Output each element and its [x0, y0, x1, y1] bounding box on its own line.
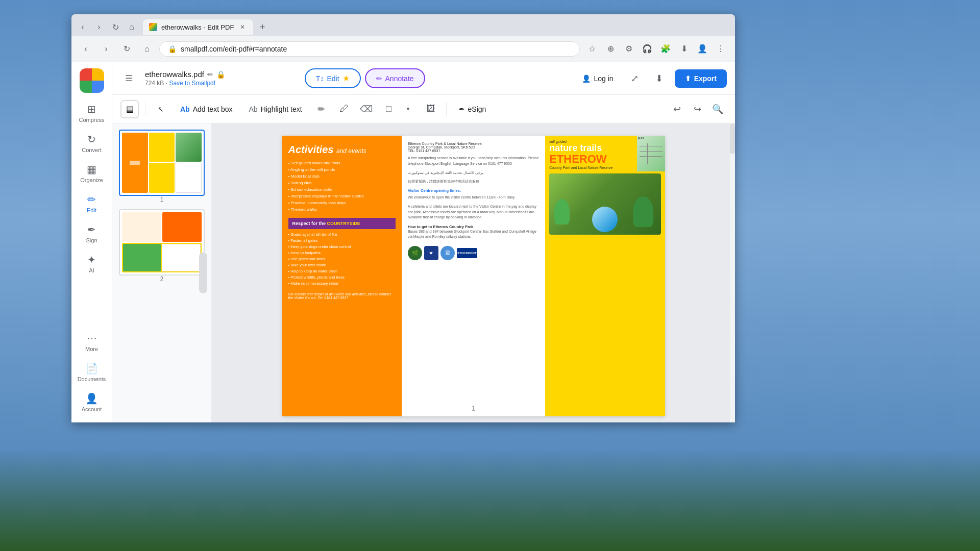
sidebar-item-convert[interactable]: ↻ Convert — [75, 129, 109, 157]
scroll-thumb[interactable] — [730, 123, 735, 154]
image-btn[interactable]: 🖼 — [422, 100, 440, 118]
sidebar-label-convert: Convert — [82, 147, 102, 153]
lock-filename-icon[interactable]: 🔒 — [216, 70, 225, 79]
shape-dropdown-btn[interactable]: ▼ — [399, 100, 418, 118]
search-btn[interactable]: 🔍 — [708, 100, 727, 118]
app-logo[interactable] — [80, 68, 104, 93]
main-area: ☰ etherowwalks.pdf ✏ 🔒 724 kB · Save to … — [112, 62, 735, 422]
app-content: ⊞ Compress ↻ Convert ▦ Organize ✏ Edit ✒… — [71, 62, 735, 422]
sidebar-label-sign: Sign — [86, 237, 97, 243]
undo-btn[interactable]: ↩ — [668, 100, 686, 118]
shape-btn[interactable]: □ — [380, 100, 398, 118]
thumbnail-panel: 1 — [112, 123, 212, 422]
ai-icon: ✦ — [87, 254, 96, 266]
headphone-btn[interactable]: 🎧 — [639, 41, 655, 57]
sidebar-item-organize[interactable]: ▦ Organize — [75, 159, 109, 187]
hamburger-btn[interactable]: ☰ — [120, 70, 137, 87]
browser-forward-btn[interactable]: › — [98, 41, 114, 57]
edit-tab-star: ★ — [342, 73, 350, 83]
settings-btn[interactable]: ⚙ — [621, 41, 637, 57]
activity-2: • Angling at the mill ponds — [288, 166, 396, 173]
respect-8: • Protect wildlife, plants and trees — [288, 274, 396, 280]
thumbnail-scroll[interactable] — [199, 253, 207, 293]
sidebar-item-sign[interactable]: ✒ Sign — [75, 219, 109, 247]
tab-annotate[interactable]: ✏ Annotate — [365, 68, 425, 88]
page-number-display: 1 — [472, 404, 476, 412]
back-btn[interactable]: ‹ — [76, 20, 90, 34]
documents-icon: 📄 — [85, 362, 98, 374]
logos-row: 🌿 ★ 🏛 STOCKPORT — [408, 246, 539, 260]
bus-info: Buses 383 and 384 between Stockport Cent… — [408, 229, 539, 240]
sidebar-item-ai[interactable]: ✦ AI — [75, 249, 109, 278]
lock-icon: 🔒 — [168, 45, 177, 53]
forward-btn[interactable]: › — [92, 20, 106, 34]
tab-favicon — [149, 23, 157, 31]
share-btn[interactable]: ⤢ — [626, 69, 644, 88]
page-view-btn[interactable]: ▤ — [120, 100, 139, 118]
logo-1: 🌿 — [408, 246, 422, 260]
activities-list: • Self guided walks and trails • Angling… — [288, 160, 396, 213]
esign-icon: ✒ — [459, 105, 465, 113]
browser-back-btn[interactable]: ‹ — [78, 41, 94, 57]
sidebar-label-ai: AI — [89, 267, 94, 273]
nature-image — [549, 173, 660, 235]
sidebar-label-edit: Edit — [87, 207, 96, 213]
sidebar-item-account[interactable]: 👤 Account — [75, 388, 109, 416]
save-link[interactable]: Save to Smallpdf — [169, 80, 215, 87]
marker-btn[interactable]: 🖊 — [335, 100, 353, 118]
mid-header: Etherow Country Park & Local Nature Rese… — [408, 142, 539, 153]
scroll-bar[interactable] — [730, 123, 735, 422]
file-name-row: etherowwalks.pdf ✏ 🔒 — [145, 70, 225, 79]
home-btn[interactable]: ⌂ — [125, 20, 139, 34]
profile-btn[interactable]: 👤 — [694, 41, 710, 57]
activity-4: • Sailing club — [288, 180, 396, 186]
redo-btn[interactable]: ↪ — [688, 100, 706, 118]
browser-home-btn[interactable]: ⌂ — [139, 41, 155, 57]
sidebar-item-documents[interactable]: 📄 Documents — [75, 358, 109, 386]
logo-2: ★ — [424, 246, 438, 260]
esign-btn[interactable]: ✒ eSign — [453, 101, 493, 117]
active-tab[interactable]: etherowwalks - Edit PDF ✕ — [143, 19, 253, 35]
reload-btn[interactable]: ↻ — [108, 20, 122, 34]
thumbnail-1[interactable]: 1 — [119, 130, 205, 203]
download-icon-btn[interactable]: ⬇ — [650, 69, 669, 88]
stockport-logo: STOCKPORT — [457, 248, 477, 258]
respect-4: • Keep to footpaths — [288, 249, 396, 256]
highlight-text-btn[interactable]: Ab Highlight text — [243, 101, 308, 117]
left-sidebar: ⊞ Compress ↻ Convert ▦ Organize ✏ Edit ✒… — [71, 62, 112, 422]
tab-edit[interactable]: T↕ Edit ★ — [305, 68, 361, 88]
new-tab-btn[interactable]: + — [255, 20, 270, 34]
cursor-btn[interactable]: ↖ — [152, 101, 170, 117]
logo-3: 🏛 — [440, 246, 455, 260]
edit-filename-icon[interactable]: ✏ — [207, 70, 213, 79]
bookmark-btn[interactable]: ☆ — [584, 41, 600, 57]
sign-icon: ✒ — [87, 223, 96, 236]
layers-btn[interactable]: ⊕ — [602, 41, 619, 57]
thumbnail-2[interactable]: 2 — [119, 209, 205, 283]
respect-banner: Respect for the COUNTRYSIDE — [288, 218, 396, 229]
compress-icon: ⊞ — [87, 103, 96, 115]
sidebar-item-more[interactable]: ⋯ More — [75, 328, 109, 356]
thumb-page-2[interactable] — [119, 209, 205, 276]
download-btn[interactable]: ⬇ — [676, 41, 692, 57]
marker-icon: 🖊 — [339, 104, 349, 114]
shape-btn-group: □ ▼ — [380, 100, 418, 118]
sidebar-item-edit[interactable]: ✏ Edit — [75, 189, 109, 217]
browser-reload-btn[interactable]: ↻ — [118, 41, 135, 57]
file-size: 724 kB — [145, 80, 164, 87]
tab-close-btn[interactable]: ✕ — [238, 22, 247, 32]
sidebar-item-compress[interactable]: ⊞ Compress — [75, 99, 109, 127]
address-input[interactable]: 🔒 smallpdf.com/edit-pdf#r=annotate — [159, 41, 580, 57]
more-btn[interactable]: ⋮ — [713, 41, 729, 57]
toolbar-divider-1 — [145, 102, 145, 116]
extensions-btn[interactable]: 🧩 — [657, 41, 674, 57]
sidebar-label-organize: Organize — [80, 177, 103, 183]
pen-btn[interactable]: ✏ — [312, 100, 331, 118]
log-in-btn[interactable]: 👤 Log in — [576, 70, 619, 87]
add-text-box-btn[interactable]: Ab Add text box — [174, 101, 239, 117]
pdf-main-view[interactable]: Activities and events • Self guided walk… — [212, 123, 735, 422]
respect-7: • Help to keep all water clean — [288, 268, 396, 274]
export-btn[interactable]: ⬆ Export — [675, 69, 727, 88]
thumb-page-1[interactable] — [119, 130, 205, 196]
eraser-btn[interactable]: ⌫ — [357, 100, 376, 118]
